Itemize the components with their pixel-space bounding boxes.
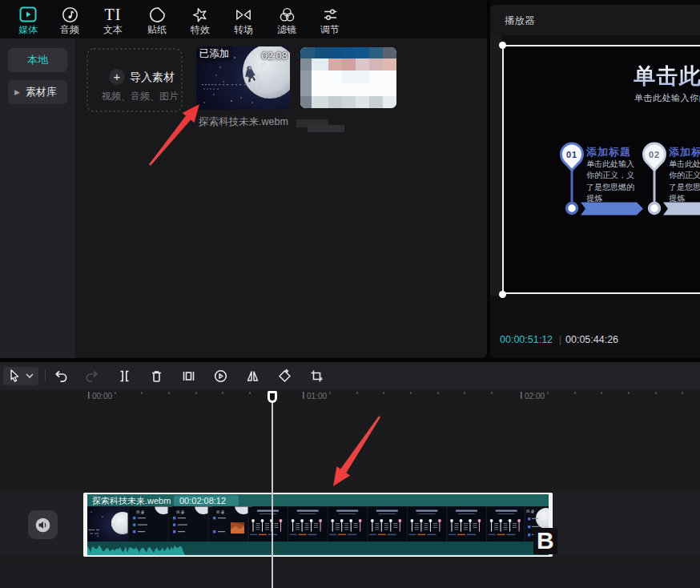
svg-text:目 录: 目 录 — [526, 509, 535, 513]
svg-text:02: 02 — [649, 150, 660, 159]
svg-text:01: 01 — [566, 150, 577, 159]
svg-text:目 录: 目 录 — [216, 509, 225, 514]
svg-text:探索科技未来.webm: 探索科技未来.webm — [92, 496, 171, 505]
svg-text:00:02:08:12: 00:02:08:12 — [179, 496, 226, 505]
svg-text:目 录: 目 录 — [136, 509, 145, 514]
